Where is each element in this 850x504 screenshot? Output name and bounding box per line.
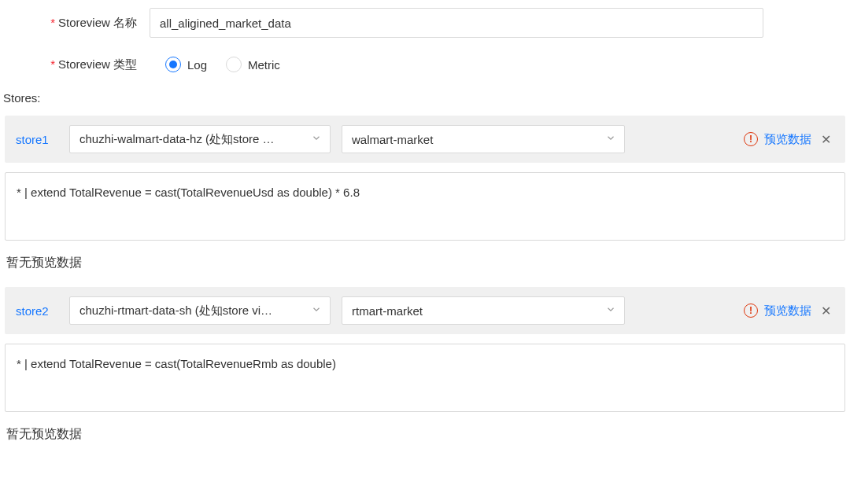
- radio-circle-icon: [226, 57, 242, 72]
- type-label: *Storeview 类型: [39, 57, 150, 72]
- project-select-value: chuzhi-walmart-data-hz (处知store …: [79, 132, 275, 147]
- chevron-down-icon: [311, 304, 322, 318]
- store-card: store1 chuzhi-walmart-data-hz (处知store ……: [5, 116, 845, 271]
- storeview-name-input[interactable]: [150, 8, 763, 38]
- logstore-select[interactable]: walmart-market: [342, 125, 625, 153]
- store-header: store2 chuzhi-rtmart-data-sh (处知store vi…: [5, 287, 845, 334]
- no-preview-text: 暂无预览数据: [5, 255, 845, 271]
- preview-data-link[interactable]: 预览数据: [764, 132, 811, 147]
- radio-metric-label: Metric: [248, 58, 280, 72]
- logstore-select[interactable]: rtmart-market: [342, 296, 625, 325]
- close-icon[interactable]: ✕: [818, 304, 834, 318]
- radio-circle-icon: [165, 57, 181, 72]
- close-icon[interactable]: ✕: [818, 132, 834, 147]
- type-radio-group: Log Metric: [150, 57, 280, 72]
- required-star-icon: *: [50, 16, 55, 29]
- store-name-label: store2: [16, 304, 58, 318]
- chevron-down-icon: [311, 133, 322, 146]
- project-select[interactable]: chuzhi-rtmart-data-sh (处知store vi…: [69, 296, 331, 325]
- name-label: *Storeview 名称: [39, 16, 150, 31]
- project-select[interactable]: chuzhi-walmart-data-hz (处知store …: [69, 125, 331, 153]
- logstore-select-value: rtmart-market: [352, 304, 423, 318]
- stores-section-label: Stores:: [0, 91, 850, 116]
- warning-icon: !: [744, 304, 758, 318]
- logstore-select-value: walmart-market: [352, 133, 433, 146]
- warning-icon: !: [744, 132, 758, 146]
- name-label-text: Storeview 名称: [58, 16, 137, 29]
- query-text: * | extend TotalRevenue = cast(TotalReve…: [17, 186, 360, 199]
- form-row-type: *Storeview 类型 Log Metric: [0, 57, 850, 72]
- project-select-value: chuzhi-rtmart-data-sh (处知store vi…: [79, 304, 272, 318]
- radio-metric[interactable]: Metric: [226, 57, 280, 72]
- query-input[interactable]: * | extend TotalRevenue = cast(TotalReve…: [5, 172, 845, 241]
- preview-data-link[interactable]: 预览数据: [764, 304, 811, 318]
- query-text: * | extend TotalRevenue = cast(TotalReve…: [17, 357, 336, 370]
- type-label-text: Storeview 类型: [58, 57, 137, 71]
- chevron-down-icon: [605, 133, 616, 146]
- radio-log[interactable]: Log: [165, 57, 207, 72]
- chevron-down-icon: [605, 304, 616, 318]
- store-header-actions: ! 预览数据 ✕: [744, 304, 834, 318]
- no-preview-text: 暂无预览数据: [5, 426, 845, 443]
- form-row-name: *Storeview 名称: [0, 8, 850, 38]
- store-header: store1 chuzhi-walmart-data-hz (处知store ……: [5, 116, 845, 163]
- required-star-icon: *: [50, 57, 55, 71]
- store-card: store2 chuzhi-rtmart-data-sh (处知store vi…: [5, 287, 845, 443]
- query-input[interactable]: * | extend TotalRevenue = cast(TotalReve…: [5, 344, 845, 412]
- store-header-actions: ! 预览数据 ✕: [744, 132, 834, 147]
- store-name-label: store1: [16, 133, 58, 146]
- radio-log-label: Log: [187, 58, 207, 72]
